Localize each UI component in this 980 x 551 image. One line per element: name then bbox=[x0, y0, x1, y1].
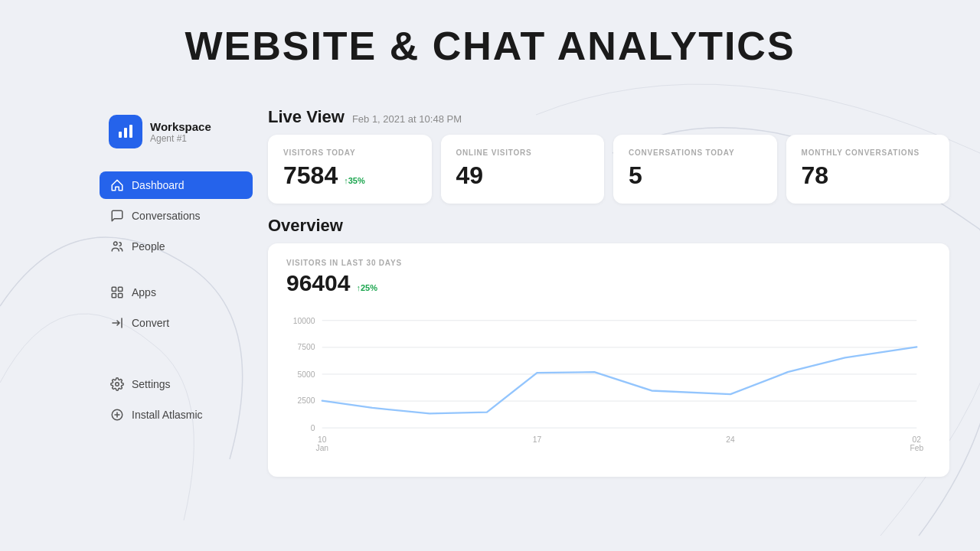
workspace-agent: Agent #1 bbox=[150, 133, 211, 144]
overview-section: Overview VISITORS IN LAST 30 DAYS 96404 … bbox=[268, 216, 949, 477]
overview-stat-label: VISITORS IN LAST 30 DAYS bbox=[286, 259, 931, 267]
svg-text:0: 0 bbox=[311, 424, 315, 432]
people-icon bbox=[110, 240, 124, 253]
stat-value-visitors-today: 7584 bbox=[283, 161, 338, 190]
stat-label-visitors-today: VISITORS TODAY bbox=[283, 148, 416, 157]
svg-rect-7 bbox=[119, 294, 122, 298]
workspace-info: Workspace Agent #1 bbox=[150, 120, 211, 144]
page-title: WEBSITE & CHAT ANALYTICS bbox=[0, 23, 980, 69]
sidebar-item-settings[interactable]: Settings bbox=[100, 370, 253, 398]
svg-rect-2 bbox=[129, 125, 132, 138]
svg-rect-4 bbox=[112, 287, 116, 291]
overview-card: VISITORS IN LAST 30 DAYS 96404 ↑25% 10 bbox=[268, 243, 949, 477]
live-view-title: Live View bbox=[268, 107, 345, 127]
stat-value-row-visitors-today: 7584 ↑35% bbox=[283, 161, 416, 190]
sidebar-item-apps-label: Apps bbox=[132, 286, 156, 298]
stat-value-row-online-visitors: 49 bbox=[456, 161, 590, 190]
sidebar-item-dashboard[interactable]: Dashboard bbox=[100, 171, 253, 199]
svg-rect-6 bbox=[112, 294, 116, 298]
svg-rect-5 bbox=[119, 287, 122, 291]
stat-card-conversations-today: CONVERSATIONS TODAY 5 bbox=[613, 135, 777, 204]
svg-text:24: 24 bbox=[726, 435, 735, 444]
stat-value-online-visitors: 49 bbox=[456, 161, 484, 190]
stat-label-conversations-today: CONVERSATIONS TODAY bbox=[629, 148, 762, 157]
stat-card-visitors-today: VISITORS TODAY 7584 ↑35% bbox=[268, 135, 432, 204]
overview-value: 96404 bbox=[286, 270, 350, 296]
svg-text:2500: 2500 bbox=[298, 396, 315, 405]
live-view-timestamp: Feb 1, 2021 at 10:48 PM bbox=[352, 113, 462, 125]
sidebar-item-convert[interactable]: Convert bbox=[100, 309, 253, 337]
stat-card-monthly-conversations: MONTHLY CONVERSATIONS 78 bbox=[786, 135, 950, 204]
stat-card-online-visitors: ONLINE VISITORS 49 bbox=[441, 135, 605, 204]
stat-label-online-visitors: ONLINE VISITORS bbox=[456, 148, 590, 157]
live-view-header: Live View Feb 1, 2021 at 10:48 PM bbox=[268, 107, 949, 127]
chart-svg: 10000 7500 5000 2500 0 bbox=[286, 308, 931, 461]
stat-badge-visitors-today: ↑35% bbox=[344, 176, 365, 185]
main-content: Live View Feb 1, 2021 at 10:48 PM VISITO… bbox=[268, 107, 949, 536]
stats-row: VISITORS TODAY 7584 ↑35% ONLINE VISITORS… bbox=[268, 135, 949, 204]
sidebar: Workspace Agent #1 Dashboard Conversatio… bbox=[100, 107, 253, 536]
svg-text:Jan: Jan bbox=[315, 444, 328, 452]
overview-title: Overview bbox=[268, 216, 343, 236]
stat-value-monthly-conversations: 78 bbox=[802, 161, 829, 190]
workspace-icon bbox=[109, 115, 142, 148]
overview-chart: 10000 7500 5000 2500 0 bbox=[286, 308, 931, 461]
sidebar-item-people-label: People bbox=[132, 240, 165, 253]
workspace-name: Workspace bbox=[150, 120, 211, 133]
stat-value-row-conversations-today: 5 bbox=[629, 161, 762, 190]
overview-badge: ↑25% bbox=[356, 283, 377, 292]
svg-point-3 bbox=[114, 242, 118, 246]
home-icon bbox=[110, 178, 124, 192]
svg-text:10000: 10000 bbox=[293, 317, 315, 325]
sidebar-item-apps[interactable]: Apps bbox=[100, 279, 253, 306]
svg-point-8 bbox=[116, 383, 119, 386]
sidebar-item-install-atlasmic-label: Install Atlasmic bbox=[132, 409, 203, 421]
overview-header: Overview bbox=[268, 216, 949, 236]
sidebar-item-settings-label: Settings bbox=[132, 378, 171, 390]
svg-text:17: 17 bbox=[533, 435, 542, 444]
sidebar-item-conversations[interactable]: Conversations bbox=[100, 202, 253, 230]
workspace-card: Workspace Agent #1 bbox=[100, 107, 253, 156]
svg-rect-1 bbox=[124, 128, 127, 138]
svg-rect-0 bbox=[119, 132, 122, 138]
apps-icon bbox=[110, 285, 124, 299]
sidebar-item-install-atlasmic[interactable]: Install Atlasmic bbox=[100, 401, 253, 429]
svg-text:10: 10 bbox=[318, 435, 327, 444]
convert-icon bbox=[110, 316, 124, 330]
live-view-section: Live View Feb 1, 2021 at 10:48 PM VISITO… bbox=[268, 107, 949, 204]
svg-text:Feb: Feb bbox=[910, 444, 923, 452]
svg-text:7500: 7500 bbox=[298, 343, 315, 351]
install-icon bbox=[110, 408, 124, 422]
settings-icon bbox=[110, 377, 124, 391]
stat-value-row-monthly-conversations: 78 bbox=[802, 161, 935, 190]
overview-value-row: 96404 ↑25% bbox=[286, 270, 931, 296]
conversations-icon bbox=[110, 209, 124, 223]
sidebar-item-conversations-label: Conversations bbox=[132, 210, 201, 222]
sidebar-item-people[interactable]: People bbox=[100, 233, 253, 260]
sidebar-item-convert-label: Convert bbox=[132, 317, 169, 329]
stat-value-conversations-today: 5 bbox=[629, 161, 642, 190]
sidebar-item-dashboard-label: Dashboard bbox=[132, 179, 185, 191]
svg-text:02: 02 bbox=[913, 435, 922, 444]
svg-text:5000: 5000 bbox=[298, 370, 315, 379]
stat-label-monthly-conversations: MONTHLY CONVERSATIONS bbox=[802, 148, 935, 157]
